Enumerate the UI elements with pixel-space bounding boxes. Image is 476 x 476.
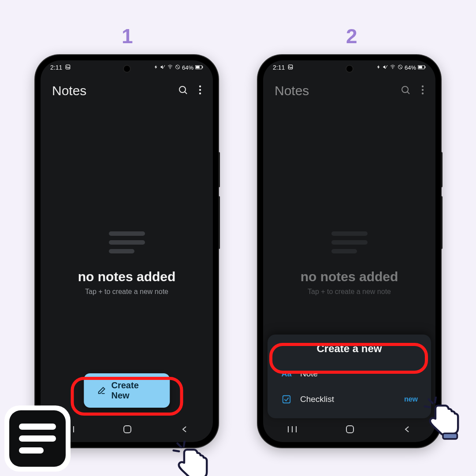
step-number-2: 2 bbox=[346, 24, 357, 48]
svg-rect-23 bbox=[418, 66, 422, 68]
android-nav-bar bbox=[263, 418, 435, 442]
charge-icon bbox=[376, 64, 381, 71]
svg-point-8 bbox=[179, 86, 186, 93]
svg-rect-34 bbox=[346, 426, 353, 433]
notes-empty-icon bbox=[109, 231, 145, 253]
wifi-icon bbox=[167, 64, 173, 71]
svg-line-21 bbox=[398, 65, 402, 68]
battery-percent: 64% bbox=[405, 64, 416, 71]
mute-icon bbox=[383, 64, 388, 71]
empty-state-title: no notes added bbox=[78, 269, 176, 284]
svg-point-10 bbox=[199, 86, 201, 87]
back-nav-icon[interactable] bbox=[403, 425, 411, 435]
recents-nav-icon[interactable] bbox=[287, 425, 297, 435]
sheet-option-checklist-label: Checklist bbox=[300, 394, 334, 404]
svg-point-11 bbox=[199, 89, 201, 91]
svg-line-1 bbox=[163, 65, 165, 69]
screenshot-icon bbox=[65, 64, 71, 71]
tap-pointer-icon bbox=[172, 441, 212, 476]
step-number-1: 1 bbox=[122, 24, 133, 48]
empty-state-subtitle: Tap + to create a new note bbox=[308, 288, 391, 296]
battery-icon bbox=[195, 64, 203, 71]
back-nav-icon[interactable] bbox=[181, 425, 189, 435]
charge-icon bbox=[154, 64, 158, 71]
sheet-option-note[interactable]: Aa Note bbox=[275, 361, 424, 387]
empty-state-subtitle: Tap + to create a new note bbox=[85, 288, 168, 296]
svg-point-27 bbox=[422, 86, 424, 87]
phone-mockup-1: 2:11 64% bbox=[35, 55, 218, 447]
svg-line-39 bbox=[429, 399, 433, 403]
dnd-icon bbox=[175, 64, 180, 71]
dnd-icon bbox=[398, 64, 403, 71]
create-new-button[interactable]: Create New bbox=[84, 373, 170, 408]
new-badge: new bbox=[404, 395, 418, 403]
empty-state-title: no notes added bbox=[301, 269, 398, 284]
status-time: 2:11 bbox=[50, 64, 62, 71]
svg-point-19 bbox=[392, 68, 393, 69]
tap-pointer-icon bbox=[423, 397, 463, 441]
create-new-label: Create New bbox=[112, 380, 157, 401]
svg-rect-30 bbox=[283, 396, 290, 403]
battery-percent: 64% bbox=[182, 64, 193, 71]
screen-1: 2:11 64% bbox=[41, 60, 213, 442]
mute-icon bbox=[160, 64, 165, 71]
checkbox-icon bbox=[281, 394, 292, 404]
wifi-icon bbox=[390, 64, 396, 71]
screenshot-icon bbox=[287, 64, 294, 71]
svg-rect-42 bbox=[443, 433, 457, 439]
sheet-option-note-label: Note bbox=[300, 369, 318, 379]
app-icon-glyph bbox=[9, 410, 66, 467]
svg-line-40 bbox=[425, 406, 431, 407]
svg-point-28 bbox=[422, 89, 424, 91]
svg-line-41 bbox=[435, 397, 436, 403]
svg-point-25 bbox=[402, 86, 408, 93]
home-nav-icon[interactable] bbox=[345, 424, 355, 436]
compose-icon bbox=[97, 386, 106, 395]
svg-line-37 bbox=[184, 441, 185, 447]
app-icon bbox=[4, 405, 71, 472]
text-aa-icon: Aa bbox=[281, 369, 292, 379]
notes-empty-icon bbox=[331, 231, 368, 253]
front-camera bbox=[346, 66, 353, 72]
svg-rect-16 bbox=[124, 426, 131, 433]
svg-line-18 bbox=[385, 65, 387, 69]
home-nav-icon[interactable] bbox=[123, 424, 132, 436]
front-camera bbox=[124, 66, 130, 72]
sheet-option-checklist[interactable]: Checklist new bbox=[275, 387, 424, 412]
svg-rect-6 bbox=[196, 66, 199, 68]
svg-rect-7 bbox=[202, 66, 203, 68]
phone-mockup-2: 2:11 64% Notes bbox=[258, 55, 441, 447]
svg-rect-24 bbox=[425, 66, 425, 68]
status-time: 2:11 bbox=[273, 64, 285, 71]
create-new-sheet: Create a new Aa Note Checklist new bbox=[268, 335, 431, 418]
battery-icon bbox=[418, 64, 426, 71]
svg-point-2 bbox=[170, 68, 170, 69]
svg-line-4 bbox=[176, 65, 179, 68]
svg-line-35 bbox=[178, 443, 182, 447]
sheet-title: Create a new bbox=[275, 342, 424, 355]
svg-line-36 bbox=[174, 450, 179, 451]
screen-2: 2:11 64% Notes bbox=[263, 60, 435, 442]
